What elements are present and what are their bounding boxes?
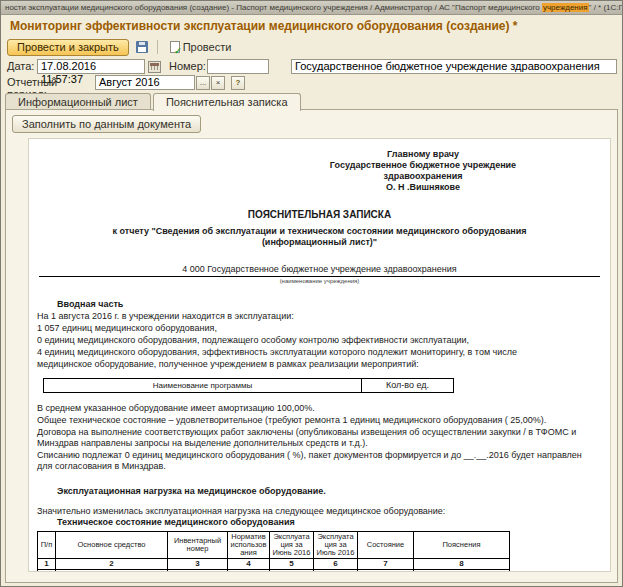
program-name-header: Наименование программы [44,379,362,393]
load-heading: Эксплуатационная нагрузка на медицинское… [57,486,602,497]
save-button[interactable] [133,39,151,55]
post-document-icon: ✓ [170,41,180,53]
intro-line: 0 единиц медицинского оборудования, подл… [37,335,602,346]
tech-table-number-row: 1 2 3 4 5 6 7 8 [38,559,510,570]
addressee-line: здравоохранения [273,171,573,182]
addressee-line: Государственное бюджетное учреждение [273,160,573,171]
tab-information-sheet[interactable]: Информационный лист [5,93,151,110]
intro-line: 1 057 единиц медицинского оборудования, [37,323,602,334]
addressee-block: Главному врачу Государственное бюджетное… [273,149,573,193]
cell-inventory: 0071371219 [168,570,228,573]
tech-heading: Техническое состояние медицинского обору… [57,517,602,528]
organization-caption: (наименование учреждения) [37,277,602,285]
period-input[interactable]: Август 2016 [95,75,195,90]
titlebar-text-end: " / * (1С:Предприятие) [589,3,622,12]
col-index: 8 [414,559,510,570]
col-index: 6 [314,559,358,570]
col-header-usage-june: Эксплуатация за Июнь 2016 [270,532,314,559]
col-header-inventory: Инвентарный номер [168,532,228,559]
col-index: 3 [168,559,228,570]
col-header-asset: Основное средство [56,532,168,559]
col-index: 2 [56,559,168,570]
date-input[interactable]: 17.08.2016 11:57:37 [37,59,145,74]
intro-line: 4 единиц медицинского оборудования, эффе… [37,347,602,358]
col-index: 4 [228,559,270,570]
program-table: Наименование программы Кол-во ед. [43,378,454,393]
save-icon [136,41,148,53]
organization-input[interactable]: Государственное бюджетное учреждение здр… [291,59,617,74]
cell-norm [228,570,270,573]
window-titlebar[interactable]: ности эксплуатации медицинского оборудов… [1,1,622,15]
condition-line: Договора на выполнение соответствующих р… [37,427,589,449]
titlebar-text: ности эксплуатации медицинского оборудов… [5,3,542,12]
document-subtitle: к отчету "Сведения об эксплуатации и тех… [37,226,602,248]
date-label: Дата: [7,60,34,72]
header-fields-row: Дата: 17.08.2016 11:57:37 Номер: Государ… [7,59,617,75]
intro-line: медицинское оборудование, полученное учр… [37,359,602,370]
col-header-state: Состояние [358,532,414,559]
subtitle-line: (информационный лист)" [37,237,602,248]
post-and-close-button[interactable]: Провести и закрыть [7,39,129,56]
col-header-explanations: Пояснения [414,532,510,559]
addressee-line: О. Н .Вишнякове [273,182,573,193]
period-select-button[interactable]: ... [196,76,210,90]
organization-line: 4 000 Государственное бюджетное учрежден… [39,264,600,277]
calendar-icon[interactable] [148,61,161,73]
program-table-header-row: Наименование программы Кол-во ед. [44,379,454,393]
help-icon[interactable]: ? [231,76,245,90]
col-index: 7 [358,559,414,570]
condition-block: В среднем указанное оборудование имеет а… [37,403,589,472]
page-title: Мониторинг эффективности эксплуатации ме… [10,19,518,33]
condition-line: Списанию подлежат 0 единиц медицинского … [37,450,589,472]
tab-content-panel: Заполнить по данным документа Главному в… [5,109,618,583]
cell-usage-july [314,570,358,573]
intro-heading: Вводная часть [57,299,602,310]
load-line: Значительно изменилась эксплуатационная … [37,506,602,517]
period-clear-button[interactable]: × [211,76,225,90]
fill-from-document-button[interactable]: Заполнить по данным документа [12,115,201,133]
intro-line: На 1 августа 2016 г. в учреждении находи… [37,311,602,322]
condition-line: В среднем указанное оборудование имеет а… [37,403,589,414]
col-index: 5 [270,559,314,570]
col-header-num: П/п [38,532,56,559]
subtitle-line: к отчету "Сведения об эксплуатации и тех… [37,226,602,237]
post-button-label: Провести [183,41,232,53]
addressee-line: Главному врачу [273,149,573,160]
cell-state: не рабочее [358,570,414,573]
cell-usage-june [270,570,314,573]
post-button[interactable]: ✓ Провести [164,39,238,55]
table-row: 1 Система д/исслед. уродинамики 00713712… [38,570,510,573]
toolbar: Провести и закрыть ✓ Провести [7,37,616,57]
number-input[interactable] [207,59,269,74]
cell-explanations [414,570,510,573]
tab-explanatory-note[interactable]: Пояснительная записка [153,93,301,111]
tab-bar: Информационный лист Пояснительная записк… [5,93,618,110]
cell-num: 1 [38,570,56,573]
toolbar-separator [157,40,158,54]
condition-line: Общее техническое состояние – удовлетвор… [37,415,589,426]
col-header-usage-july: Эксплуатация за Июль 2016 [314,532,358,559]
col-header-norm: Норматив использования [228,532,270,559]
col-index: 1 [38,559,56,570]
titlebar-highlight: учреждения [542,3,589,12]
program-qty-header: Кол-во ед. [362,379,454,393]
tech-state-table: П/п Основное средство Инвентарный номер … [37,531,510,572]
document-title: ПОЯСНИТЕЛЬНАЯ ЗАПИСКА [37,209,602,220]
tech-table-header-row: П/п Основное средство Инвентарный номер … [38,532,510,559]
document-preview[interactable]: Главному врачу Государственное бюджетное… [28,138,611,572]
cell-asset: Система д/исслед. уродинамики [56,570,168,573]
number-label: Номер: [169,60,206,72]
app-window: ности эксплуатации медицинского оборудов… [0,0,623,587]
